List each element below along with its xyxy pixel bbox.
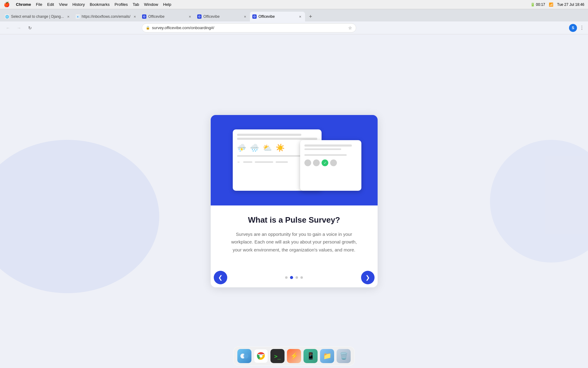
clock: Tue 27 Jul 18:46 bbox=[557, 2, 584, 7]
mock-front-line-1 bbox=[304, 144, 352, 147]
menubar: 🍎 Chrome File Edit View History Bookmark… bbox=[0, 0, 588, 9]
svg-point-1 bbox=[243, 354, 248, 358]
tab-favicon-2: 📧 bbox=[76, 14, 80, 19]
new-tab-button[interactable]: + bbox=[306, 12, 315, 21]
page-background: ⛈️ 🌧️ ⛅ ☀️ ← bbox=[0, 34, 588, 368]
address-field[interactable]: 🔒 survey.officevibe.com/onboarding#/ ☆ bbox=[142, 23, 356, 33]
tab-title-1: Select email to change | Djang... bbox=[11, 14, 64, 19]
card-description: Surveys are an opportunity for you to ga… bbox=[230, 230, 358, 254]
menubar-profiles[interactable]: Profiles bbox=[115, 2, 128, 7]
menubar-help[interactable]: Help bbox=[163, 2, 172, 7]
browser-tab-5[interactable]: O Officevibe ✕ bbox=[250, 12, 305, 21]
weather-icon-sun: ☀️ bbox=[276, 144, 285, 152]
tab-close-4[interactable]: ✕ bbox=[243, 14, 247, 19]
card-content: What is a Pulse Survey? Surveys are an o… bbox=[211, 205, 378, 271]
mock-nav-line-3 bbox=[276, 161, 288, 163]
wifi-icon: 📶 bbox=[549, 2, 553, 7]
tab-close-3[interactable]: ✕ bbox=[187, 14, 192, 19]
tab-close-2[interactable]: ✕ bbox=[132, 14, 137, 19]
forward-button[interactable]: → bbox=[15, 24, 23, 32]
tab-favicon-1: 🌐 bbox=[5, 14, 9, 19]
next-slide-button[interactable]: ❯ bbox=[361, 271, 375, 284]
prev-slide-button[interactable]: ❮ bbox=[214, 271, 227, 284]
menubar-edit[interactable]: Edit bbox=[47, 2, 54, 7]
dock-finder-icon[interactable] bbox=[237, 349, 251, 363]
rating-dot-3-active: ✓ bbox=[322, 159, 328, 166]
slide-dot-1[interactable] bbox=[285, 276, 288, 279]
browser-tab-3[interactable]: O Officevibe ✕ bbox=[140, 12, 195, 21]
address-bar: ← → ↻ 🔒 survey.officevibe.com/onboarding… bbox=[0, 21, 588, 34]
more-options-button[interactable]: ⋮ bbox=[579, 25, 584, 31]
menubar-chrome[interactable]: Chrome bbox=[16, 2, 31, 7]
svg-point-3 bbox=[259, 355, 262, 358]
mock-slider-line bbox=[304, 154, 347, 156]
tab-close-5[interactable]: ✕ bbox=[298, 14, 303, 19]
tab-title-2: https://inboxflows.com/emails/ bbox=[82, 14, 130, 19]
onboarding-card: ⛈️ 🌧️ ⛅ ☀️ ← bbox=[211, 115, 378, 288]
mock-text-lines bbox=[237, 134, 317, 140]
menubar-file[interactable]: File bbox=[36, 2, 42, 7]
dock-bolt-icon[interactable]: ⚡ bbox=[287, 349, 301, 363]
menubar-history[interactable]: History bbox=[72, 2, 85, 7]
browser-tab-4[interactable]: O Officevibe ✕ bbox=[195, 12, 250, 21]
bg-decoration-right bbox=[490, 140, 588, 263]
menubar-bookmarks[interactable]: Bookmarks bbox=[90, 2, 110, 7]
tab-bar: 🌐 Select email to change | Djang... ✕ 📧 … bbox=[0, 9, 588, 21]
rating-options-row: ✓ bbox=[304, 159, 357, 166]
menubar-right-items: 🔋 00:17 📶 Tue 27 Jul 18:46 bbox=[530, 2, 584, 7]
bg-decoration-left bbox=[0, 140, 159, 293]
card-title: What is a Pulse Survey? bbox=[223, 215, 365, 225]
battery-status: 🔋 00:17 bbox=[530, 2, 545, 7]
mock-front-line-2 bbox=[304, 148, 341, 150]
dock-terminal-icon[interactable]: >_ bbox=[270, 349, 285, 363]
url-text: survey.officevibe.com/onboarding#/ bbox=[152, 25, 346, 30]
slide-dot-2-active[interactable] bbox=[290, 276, 293, 279]
dock-trash-icon[interactable]: 🗑️ bbox=[337, 349, 351, 363]
mock-nav-line-1 bbox=[243, 161, 252, 163]
apple-menu[interactable]: 🍎 bbox=[4, 2, 10, 7]
bookmark-star-icon[interactable]: ☆ bbox=[348, 25, 352, 30]
back-button[interactable]: ← bbox=[4, 24, 12, 32]
rating-dot-1 bbox=[304, 159, 311, 166]
tab-title-3: Officevibe bbox=[148, 14, 186, 19]
browser-tab-2[interactable]: 📧 https://inboxflows.com/emails/ ✕ bbox=[73, 12, 140, 21]
tab-close-1[interactable]: ✕ bbox=[66, 14, 71, 19]
mock-line-2 bbox=[237, 138, 317, 140]
mock-rating-window: ✓ bbox=[300, 140, 361, 191]
illustration: ⛈️ 🌧️ ⛅ ☀️ ← bbox=[227, 123, 361, 197]
profile-button[interactable]: S bbox=[569, 24, 577, 32]
rating-dot-4 bbox=[330, 159, 337, 166]
weather-icon-partly: ⛅ bbox=[263, 144, 272, 152]
tab-favicon-4: O bbox=[197, 14, 202, 19]
tab-title-5: Officevibe bbox=[258, 14, 296, 19]
slide-dot-3[interactable] bbox=[296, 276, 298, 279]
rating-dot-2 bbox=[313, 159, 320, 166]
menubar-view[interactable]: View bbox=[59, 2, 67, 7]
mock-nav-line-2 bbox=[255, 161, 273, 163]
menubar-tab[interactable]: Tab bbox=[133, 2, 139, 7]
mock-nav-arrow-icon: ← bbox=[237, 160, 241, 164]
macos-dock: >_ ⚡ 📱 📁 🗑️ bbox=[233, 347, 355, 366]
weather-icon-rain: 🌧️ bbox=[250, 144, 259, 152]
dock-chrome-icon[interactable] bbox=[254, 349, 268, 363]
dock-phone-icon[interactable]: 📱 bbox=[303, 349, 318, 363]
weather-icon-storm: ⛈️ bbox=[237, 144, 246, 152]
mock-front-text-lines bbox=[304, 144, 357, 150]
slide-dots bbox=[285, 276, 303, 279]
mock-separator bbox=[237, 155, 305, 157]
dock-files-icon[interactable]: 📁 bbox=[320, 349, 334, 363]
tab-favicon-3: O bbox=[142, 14, 146, 19]
slide-dot-4[interactable] bbox=[300, 276, 303, 279]
mock-line-1 bbox=[237, 134, 301, 136]
tab-title-4: Officevibe bbox=[203, 14, 241, 19]
lock-icon: 🔒 bbox=[146, 26, 150, 30]
tab-favicon-5: O bbox=[252, 14, 257, 19]
reload-button[interactable]: ↻ bbox=[26, 24, 34, 32]
card-navigation: ❮ ❯ bbox=[211, 271, 378, 287]
menubar-window[interactable]: Window bbox=[144, 2, 158, 7]
card-illustration-area: ⛈️ 🌧️ ⛅ ☀️ ← bbox=[211, 115, 378, 205]
browser-tab-1[interactable]: 🌐 Select email to change | Djang... ✕ bbox=[2, 12, 73, 21]
